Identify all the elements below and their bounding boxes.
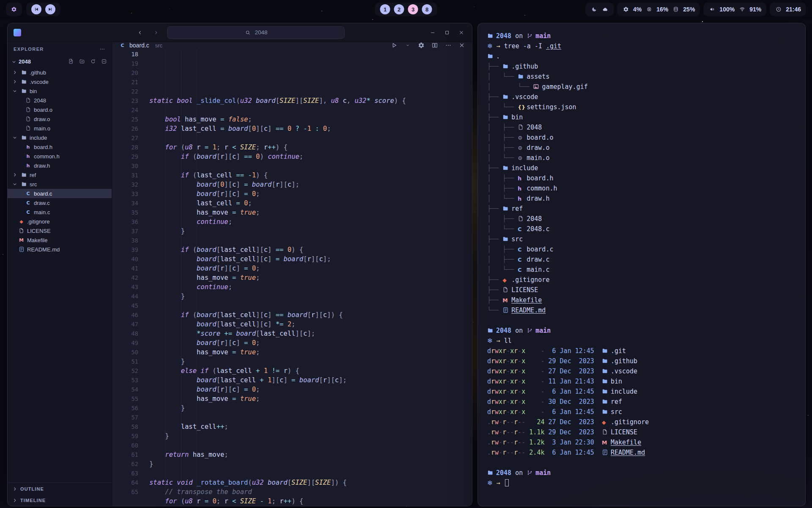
split-editor-button[interactable] [431,42,438,49]
launcher-button[interactable] [6,3,22,16]
maximize-button[interactable] [442,27,453,38]
code-line-26[interactable]: if (last_cell == -1) { [149,171,472,180]
close-editor-button[interactable] [458,42,465,49]
next-button[interactable] [45,4,55,14]
code-line-49[interactable]: board[r][c] = 0; [149,385,472,394]
code-line-54[interactable]: } [149,431,472,441]
code-line-33[interactable] [149,236,472,245]
code-line-62[interactable]: for (u8 c = r + 1; c < SIZE; c++) { [149,506,472,506]
code-line-38[interactable]: continue; [149,282,472,292]
code-line-41[interactable]: if (board[last_cell][c] == board[r][c]) … [149,310,472,320]
code-line-18[interactable]: static bool _slide_col(u32 board[SIZE][S… [149,96,472,105]
explorer-item-include[interactable]: include [8,133,112,142]
run-button[interactable] [390,42,398,49]
code-line-44[interactable]: board[r][c] = 0; [149,338,472,348]
explorer-item-2048[interactable]: 2048 [8,96,112,105]
workspace-2[interactable]: 2 [394,4,404,14]
terminal-content[interactable]: 2048 on main❄ → tree -a -I .git.├── .git… [478,23,805,496]
code-line-59[interactable]: static void _rotate_board(u32 board[SIZE… [149,478,472,487]
forward-button[interactable] [151,28,161,38]
code-line-57[interactable]: } [149,459,472,469]
refresh-explorer-button[interactable] [89,58,96,66]
code-line-45[interactable]: has_move = true; [149,348,472,357]
explorer-item-common.h[interactable]: hcommon.h [8,152,112,161]
run-dropdown-icon[interactable] [404,42,411,49]
weather-widget[interactable] [585,3,614,16]
tab-filename[interactable]: board.c [129,42,149,49]
code-line-55[interactable] [149,441,472,450]
explorer-item-bin[interactable]: bin [8,86,112,96]
code-line-61[interactable]: for (u8 r = 0; r < SIZE - 1; r++) { [149,497,472,506]
code-line-42[interactable]: board[last_cell][c] *= 2; [149,320,472,329]
explorer-item-draw.o[interactable]: draw.o [8,114,112,124]
outline-panel[interactable]: OUTLINE [8,483,112,494]
explorer-item-draw.h[interactable]: hdraw.h [8,161,112,170]
more-actions-button[interactable] [444,42,452,49]
code-line-51[interactable]: } [149,403,472,413]
explorer-item-src[interactable]: src [8,179,112,189]
code-line-56[interactable]: return has_move; [149,450,472,459]
workspace-8[interactable]: 8 [422,4,432,14]
code-line-53[interactable]: last_cell++; [149,422,472,431]
code-line-25[interactable] [149,161,472,171]
collapse-folders-button[interactable] [100,58,107,66]
code-line-40[interactable] [149,301,472,310]
minimize-button[interactable] [427,27,438,38]
code-line-27[interactable]: board[0][c] = board[r][c]; [149,180,472,189]
code-line-43[interactable]: *score += board[last_cell][c]; [149,329,472,338]
audio-network-widget[interactable]: 100%91% [703,3,766,16]
code-line-35[interactable]: board[last_cell][c] = board[r][c]; [149,254,472,264]
code-line-31[interactable]: continue; [149,217,472,226]
prev-button[interactable] [31,4,41,14]
explorer-item-main.c[interactable]: Cmain.c [8,207,112,217]
code-line-23[interactable]: for (u8 r = 1; r < SIZE; r++) { [149,143,472,152]
code-editor[interactable]: 1819202122232425262728293031323334353637… [112,49,472,506]
settings-gear-icon[interactable] [417,42,425,49]
code-line-52[interactable] [149,413,472,422]
explorer-item-board.c[interactable]: Cboard.c [8,189,112,198]
code-line-22[interactable] [149,133,472,143]
explorer-item-.vscode[interactable]: .vscode [8,77,112,86]
code-line-24[interactable]: if (board[r][c] == 0) continue; [149,152,472,161]
code-line-36[interactable]: board[r][c] = 0; [149,264,472,273]
explorer-item-LICENSE[interactable]: LICENSE [8,226,112,235]
code-line-46[interactable]: } [149,357,472,366]
project-root-row[interactable]: 2048 [8,56,112,67]
close-button[interactable] [456,27,467,38]
new-file-button[interactable] [67,58,74,66]
back-button[interactable] [135,28,145,38]
code-line-47[interactable]: else if (last_cell + 1 != r) { [149,366,472,375]
explorer-item-README.md[interactable]: README.md [8,245,112,254]
clock-widget[interactable]: 21:46 [770,3,806,16]
workspace-3-active[interactable]: 3 [408,4,418,14]
code-line-37[interactable]: has_move = true; [149,273,472,282]
code-line-28[interactable]: board[r][c] = 0; [149,189,472,199]
code-line-21[interactable]: i32 last_cell = board[0][c] == 0 ? -1 : … [149,124,472,133]
code-line-19[interactable] [149,105,472,115]
explorer-item-.gitignore[interactable]: ◆.gitignore [8,217,112,226]
code-line-48[interactable]: board[last_cell + 1][c] = board[r][c]; [149,375,472,385]
explorer-item-draw.c[interactable]: Cdraw.c [8,198,112,207]
timeline-panel[interactable]: TIMELINE [8,494,112,506]
explorer-item-.github[interactable]: .github [8,68,112,77]
code-line-29[interactable]: last_cell = 0; [149,199,472,208]
code-line-39[interactable]: } [149,292,472,301]
new-folder-button[interactable] [78,58,85,66]
code-line-30[interactable]: has_move = true; [149,208,472,217]
command-center-search[interactable]: 2048 [167,26,345,39]
code-line-50[interactable]: has_move = true; [149,394,472,403]
workspace-1[interactable]: 1 [380,4,390,14]
explorer-more-button[interactable] [99,46,106,53]
code-line-34[interactable]: if (board[last_cell][c] == 0) { [149,245,472,254]
explorer-item-main.o[interactable]: main.o [8,124,112,133]
explorer-item-board.h[interactable]: hboard.h [8,142,112,152]
code-line-20[interactable]: bool has_move = false; [149,115,472,124]
system-stats-widget[interactable]: 4%16%25% [617,3,700,16]
code-line-32[interactable]: } [149,226,472,236]
code-line-58[interactable] [149,469,472,478]
explorer-item-Makefile[interactable]: MMakefile [8,235,112,245]
explorer-item-board.o[interactable]: board.o [8,105,112,114]
explorer-item-ref[interactable]: ref [8,170,112,179]
folder-icon [502,92,511,102]
code-line-60[interactable]: // transpose the board [149,487,472,497]
